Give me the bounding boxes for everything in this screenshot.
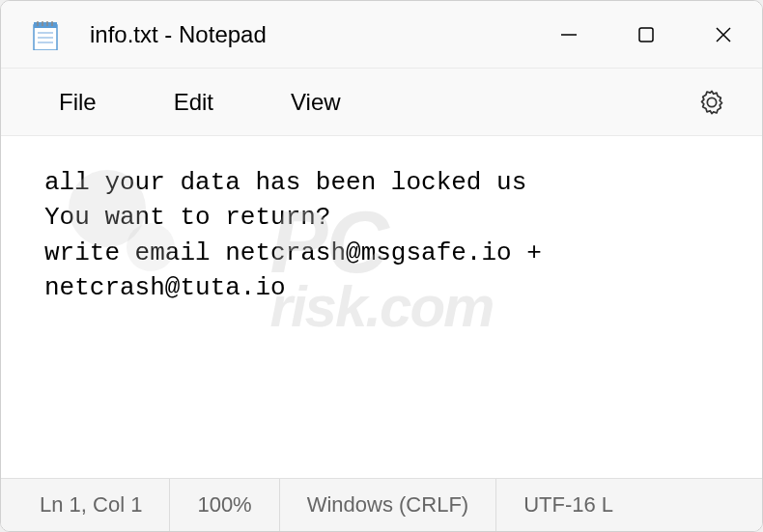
status-line-ending: Windows (CRLF) — [280, 479, 496, 531]
text-editor[interactable]: all your data has been locked us You wan… — [1, 136, 762, 478]
menu-edit[interactable]: Edit — [135, 79, 252, 126]
notepad-icon — [32, 19, 59, 50]
close-icon — [714, 25, 733, 44]
notepad-window: info.txt - Notepad File Edit Vi — [0, 0, 763, 532]
maximize-button[interactable] — [608, 1, 685, 68]
window-title: info.txt - Notepad — [90, 21, 530, 48]
close-button[interactable] — [685, 1, 762, 68]
titlebar: info.txt - Notepad — [1, 1, 762, 69]
maximize-icon — [637, 26, 655, 43]
svg-rect-10 — [639, 28, 653, 42]
app-icon — [30, 19, 61, 50]
settings-button[interactable] — [681, 79, 743, 126]
menu-file[interactable]: File — [20, 79, 135, 126]
menu-view[interactable]: View — [252, 79, 380, 126]
status-zoom[interactable]: 100% — [170, 479, 279, 531]
status-position: Ln 1, Col 1 — [1, 479, 170, 531]
status-encoding: UTF-16 L — [496, 479, 640, 531]
menubar: File Edit View — [1, 69, 762, 136]
window-controls — [530, 1, 762, 68]
minimize-button[interactable] — [530, 1, 608, 68]
gear-icon — [698, 89, 725, 116]
statusbar: Ln 1, Col 1 100% Windows (CRLF) UTF-16 L — [1, 478, 762, 531]
minimize-icon — [559, 25, 579, 44]
